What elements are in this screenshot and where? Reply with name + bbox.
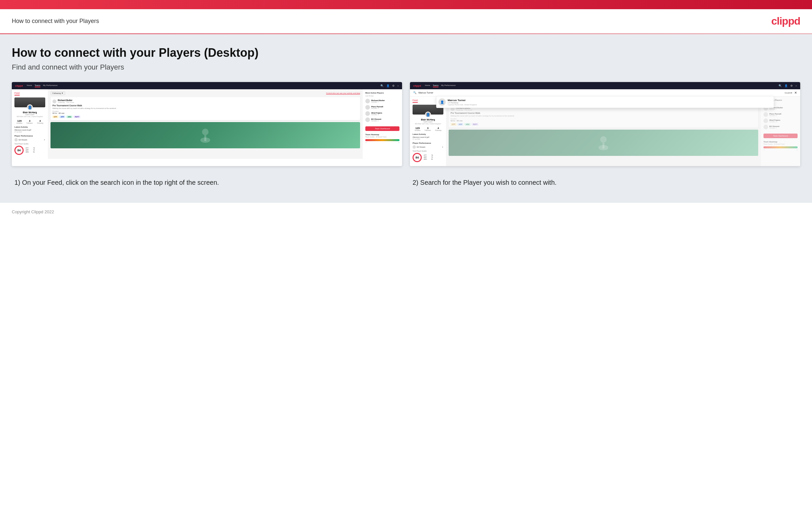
ss2-nav-home[interactable]: Home: [425, 84, 430, 87]
ss2-activity-card: Richard Butler Yesterday · The Grove Pre…: [449, 105, 758, 128]
ss1-profile-avatar: 👤: [27, 104, 33, 110]
ss1-player-avatar-3: [365, 111, 370, 116]
ss2-stats: 129 Activities 3 Followers 4 Following: [413, 127, 443, 131]
ss1-bar-arg-label: ARG: [26, 151, 30, 153]
ss2-player-select[interactable]: Eli Vincent ▼: [413, 145, 443, 149]
ss2-profile-icon[interactable]: 👤: [784, 84, 788, 87]
ss1-tag-ott: OTT: [52, 116, 58, 118]
ss1-nav-teams[interactable]: Teams: [35, 84, 41, 87]
ss1-heatmap-bar: [365, 139, 399, 141]
ss1-tag-putt: PUTT: [74, 116, 80, 118]
ss1-most-active-subtitle: Last 30 days: [365, 95, 399, 97]
ss2-followers-label: Followers: [425, 130, 431, 131]
ss1-player-details-1: Richard Butler Activities: 7: [371, 99, 399, 103]
ss2-nav-teams[interactable]: Teams: [433, 84, 439, 87]
ss2-clear-button[interactable]: CLEAR: [785, 92, 792, 94]
ss1-profile-club: Mill Ride Golf Club, United Kingdom: [14, 116, 45, 118]
ss1-player-select[interactable]: Eli Vincent ▼: [14, 138, 45, 141]
ss1-activity-date: Yesterday · The Grove: [58, 101, 74, 103]
ss2-player-acts-1: Activities: 7: [769, 109, 798, 110]
ss2-avatar-icon[interactable]: ○: [795, 84, 797, 87]
ss2-result-avatar: 👤: [438, 98, 446, 106]
ss1-player-perf-title: Player Performance: [14, 135, 45, 137]
ss1-player-details-4: Eli Vincent Activities: 1: [371, 118, 399, 122]
ss1-following-count: 4: [37, 120, 43, 122]
ss1-right-panel: Most Active Players Last 30 days Richard…: [363, 89, 402, 159]
ss2-team-dashboard-button[interactable]: Team Dashboard: [763, 134, 798, 138]
ss1-tag-arg: ARG: [66, 116, 73, 118]
ss1-heatmap-low: -5: [365, 142, 367, 143]
ss1-activities-count: 129: [16, 120, 22, 122]
ss1-chevron-down-icon: ▼: [44, 139, 45, 141]
ss1-activity-avatar: [52, 99, 56, 103]
ss2-stat-following: 4 Following: [435, 127, 441, 131]
ss2-search-result[interactable]: 👤 Marcus Turner 1-5 Handicap Cypress Poi…: [438, 98, 772, 106]
ss1-feed-tab[interactable]: Feed: [14, 92, 20, 95]
ss2-close-button[interactable]: ✕: [794, 91, 797, 94]
ss1-bar-app-label: APP: [26, 149, 30, 151]
ss1-activities-label: Activities: [16, 122, 22, 124]
ss1-golf-image: [50, 122, 360, 148]
ss1-nav-myperformance[interactable]: My Performance: [43, 84, 57, 87]
ss1-team-dashboard-button[interactable]: Team Dashboard: [365, 126, 399, 131]
ss2-following-label: Following: [435, 130, 441, 131]
ss1-player-details-3: Hiral Fujara Activities: 3: [371, 112, 399, 116]
ss1-following-button[interactable]: Following ▼: [50, 91, 65, 95]
ss1-nav-links: Home Teams My Performance: [27, 84, 58, 87]
ss2-nav-right: 🔍 👤 ⚙ ○: [778, 84, 797, 87]
ss2-result-name: Marcus Turner: [448, 99, 477, 102]
ss2-player-select-avatar: [413, 145, 416, 149]
ss2-score-circle: 84: [413, 153, 422, 162]
logo: clippd: [771, 15, 800, 27]
ss1-followers-count: 3: [27, 120, 33, 122]
ss1-body: Feed 👤 Blair McHarg Golf Coach Mill Ride…: [12, 89, 402, 159]
ss1-nav-home[interactable]: Home: [27, 84, 32, 87]
ss2-tag-ott: OTT: [450, 123, 457, 126]
ss1-stat-activities: 129 Activities: [16, 120, 22, 124]
ss1-stats: 129 Activities 3 Followers 4 Following: [14, 120, 45, 124]
header: How to connect with your Players clippd: [0, 9, 812, 34]
settings-icon[interactable]: ⚙: [392, 84, 394, 87]
ss2-bar-ott-num: 79: [430, 155, 433, 156]
ss2-search-icon[interactable]: 🔍: [778, 84, 782, 87]
ss2-activity-title: Pre Tournament Course Walk: [450, 112, 756, 114]
ss1-heatmap-high: +5: [398, 142, 399, 143]
ss2-search-input[interactable]: Marcus Turner: [419, 92, 783, 94]
svg-rect-5: [603, 143, 605, 149]
ss2-bars: OTT 79 APP 70 ARG: [424, 155, 433, 161]
ss2-player-acts-2: Activities: 4: [769, 115, 798, 117]
ss1-followers-label: Followers: [27, 122, 33, 124]
ss2-bar-arg: ARG 61: [424, 159, 433, 160]
ss1-heatmap-subtitle: Player Quality · 20 Round Trend: [365, 136, 399, 138]
avatar-icon[interactable]: ○: [397, 84, 399, 87]
ss1-player-details-2: Piers Parnell Activities: 4: [371, 106, 399, 109]
ss1-most-active-title: Most Active Players: [365, 92, 399, 94]
ss1-activity-desc: Walking the course with my coach to buil…: [52, 107, 358, 109]
ss2-settings-icon[interactable]: ⚙: [791, 84, 793, 87]
ss2-nav-myperformance[interactable]: My Performance: [441, 84, 456, 87]
ss1-activity-user-info: Richard Butler Yesterday · The Grove: [58, 99, 74, 103]
ss1-bar-arg: ARG 61: [26, 151, 35, 153]
profile-icon[interactable]: 👤: [386, 84, 390, 87]
ss1-player-avatar-1: [365, 99, 370, 103]
ss2-following-count: 4: [435, 127, 441, 130]
ss1-player-acts-4: Activities: 1: [371, 120, 399, 122]
ss1-avatar-person-icon: 👤: [28, 106, 32, 109]
ss1-following-row: Following ▼ Control who can see your act…: [50, 91, 360, 95]
ss1-stat-followers: 3 Followers: [27, 120, 33, 124]
ss1-bar-ott: OTT 79: [26, 147, 35, 149]
footer-copyright: Copyright Clippd 2022: [12, 209, 54, 214]
ss2-activities-label: Activities: [415, 130, 420, 131]
ss2-nav-links: Home Teams My Performance: [425, 84, 456, 87]
ss2-tag-arg: ARG: [464, 123, 471, 126]
footer: Copyright Clippd 2022: [0, 203, 812, 221]
search-icon[interactable]: 🔍: [380, 84, 384, 87]
ss2-player-avatar-4: [763, 125, 768, 129]
ss2-result-info: Marcus Turner 1-5 Handicap Cypress Point…: [448, 99, 477, 106]
ss1-control-link[interactable]: Control who can see your activity and da…: [326, 92, 360, 94]
ss2-bar-arg-num: 61: [430, 159, 433, 160]
ss2-player-avatar-3: [763, 119, 768, 123]
ss1-following-label: Following: [37, 122, 43, 124]
list-item: Eli Vincent Activities: 1: [763, 125, 798, 129]
ss2-feed-tab[interactable]: Feed: [413, 99, 418, 103]
